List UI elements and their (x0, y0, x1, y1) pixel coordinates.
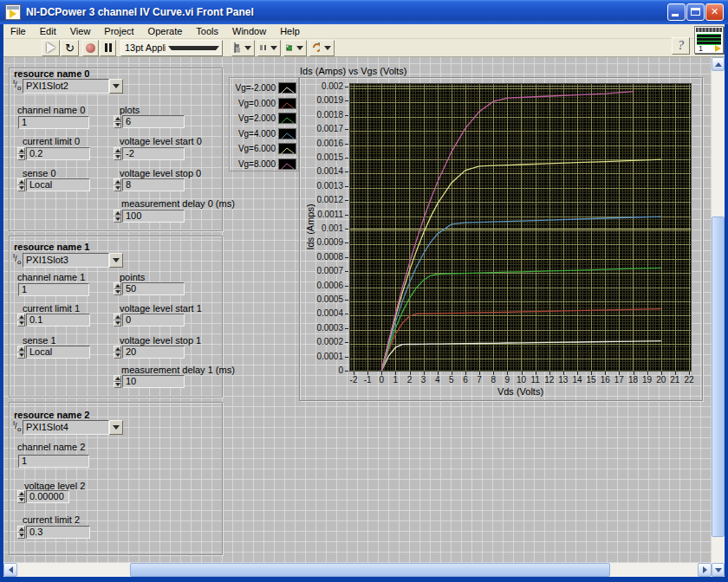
resource-name-2-control[interactable]: I/o PXI1Slot4 (12, 420, 123, 435)
y-tick-label: 0.0001 (300, 352, 343, 361)
legend-item[interactable]: Vg=-2.000 (230, 81, 298, 95)
y-tick-label: 0.0003 (300, 323, 343, 333)
distribute-objects-button[interactable] (257, 40, 281, 56)
increment-decrement[interactable] (17, 147, 25, 160)
increment-decrement[interactable] (17, 526, 25, 539)
current-limit-1-field[interactable]: 0.1 (26, 314, 90, 327)
scroll-down-button[interactable] (712, 563, 725, 577)
scroll-up-button[interactable] (712, 57, 725, 71)
increment-decrement[interactable] (114, 147, 121, 160)
resource-name-0-control[interactable]: I/o PXI1Slot2 (12, 79, 123, 94)
menu-item-window[interactable]: Window (225, 25, 273, 37)
increment-decrement[interactable] (114, 314, 121, 327)
vi-icon[interactable]: 1 (694, 26, 724, 54)
scroll-left-button[interactable] (3, 563, 17, 577)
resource-name-2-value[interactable]: PXI1Slot4 (23, 420, 109, 435)
increment-decrement[interactable] (114, 178, 121, 191)
y-tick-label: 0 (300, 365, 343, 375)
increment-decrement[interactable] (17, 178, 25, 191)
context-help-button[interactable]: ? (672, 37, 690, 55)
x-tick-mark (479, 372, 480, 375)
chevron-down-icon (324, 46, 331, 50)
run-continuous-button[interactable]: ↻ (61, 40, 79, 56)
legend-item[interactable]: Vg=0.000 (230, 96, 298, 111)
increment-decrement[interactable] (114, 375, 121, 388)
sense-0-field[interactable]: Local (26, 178, 90, 191)
menu-item-tools[interactable]: Tools (189, 25, 225, 37)
increment-decrement[interactable] (17, 490, 25, 503)
plots-field[interactable]: 6 (122, 115, 185, 128)
channel-name-1-field[interactable]: 1 (18, 283, 89, 296)
y-tick-label: 0.0007 (300, 266, 343, 275)
y-tick-label: 0.0013 (300, 181, 343, 191)
current-limit-1-control: 0.1 (17, 314, 90, 327)
points-field[interactable]: 50 (122, 282, 185, 295)
dropdown-button[interactable] (109, 420, 123, 435)
x-tick-mark (507, 372, 508, 375)
dropdown-button[interactable] (109, 79, 123, 94)
voltage-level-start-0-label: voltage level start 0 (120, 136, 202, 146)
measurement-delay-0-label: measurement delay 0 (ms) (121, 198, 235, 209)
legend-line-sample (278, 158, 296, 170)
curve-Vg2000 (381, 268, 661, 371)
y-tick-mark (345, 314, 348, 314)
channel-name-2-field[interactable]: 1 (18, 455, 89, 468)
channel-name-1-label: channel name 1 (17, 272, 85, 282)
legend-item[interactable]: Vg=2.000 (230, 111, 298, 126)
menu-item-edit[interactable]: Edit (33, 25, 63, 37)
y-tick-mark (345, 328, 348, 329)
menu-item-project[interactable]: Project (97, 25, 140, 37)
abort-button[interactable] (82, 40, 99, 56)
increment-decrement[interactable] (114, 346, 121, 359)
voltage-level-stop-0-control: 8 (114, 178, 185, 191)
voltage-level-stop-0-field[interactable]: 8 (122, 178, 185, 191)
resource-name-1-value[interactable]: PXI1Slot3 (23, 253, 109, 268)
increment-decrement[interactable] (17, 314, 25, 327)
resize-objects-button[interactable] (283, 40, 307, 56)
pause-icon (105, 43, 112, 52)
vertical-scroll-thumb[interactable] (712, 217, 725, 537)
minimize-button[interactable] (667, 3, 686, 21)
voltage-level-stop-1-field[interactable]: 20 (122, 346, 185, 359)
horizontal-scrollbar[interactable] (3, 563, 712, 577)
current-limit-0-field[interactable]: 0.2 (26, 147, 90, 160)
font-selector[interactable]: 13pt Application Font (120, 40, 223, 56)
dropdown-button[interactable] (109, 253, 123, 268)
legend-line-sample (278, 128, 296, 139)
channel-name-0-field[interactable]: 1 (18, 116, 89, 129)
menu-item-file[interactable]: File (3, 25, 33, 37)
increment-decrement[interactable] (114, 115, 121, 128)
legend-item[interactable]: Vg=4.000 (230, 126, 298, 141)
measurement-delay-0-field[interactable]: 100 (122, 210, 185, 223)
sense-1-field[interactable]: Local (26, 346, 90, 359)
increment-decrement[interactable] (17, 346, 25, 359)
reorder-button[interactable] (309, 40, 335, 56)
y-tick-mark (345, 357, 348, 358)
menu-item-operate[interactable]: Operate (141, 25, 190, 37)
measurement-delay-1-field[interactable]: 10 (122, 375, 185, 388)
maximize-button[interactable] (686, 3, 705, 21)
voltage-level-start-1-field[interactable]: 0 (122, 314, 185, 327)
window-title: NI-DCPower 3 channel IV Curve.vi Front P… (26, 6, 254, 18)
legend-item[interactable]: Vg=8.000 (230, 157, 298, 171)
resource-name-1-control[interactable]: I/o PXI1Slot3 (12, 253, 123, 268)
increment-decrement[interactable] (114, 210, 121, 223)
legend-item[interactable]: Vg=6.000 (230, 141, 298, 156)
align-objects-button[interactable] (231, 40, 255, 56)
y-tick-mark (345, 87, 348, 87)
menu-item-view[interactable]: View (63, 25, 98, 37)
menu-item-help[interactable]: Help (273, 25, 307, 37)
horizontal-scroll-thumb[interactable] (130, 563, 610, 577)
current-limit-2-field[interactable]: 0.3 (26, 526, 90, 539)
x-tick-mark (605, 372, 606, 375)
run-button[interactable] (42, 40, 60, 56)
pause-button[interactable] (100, 40, 116, 56)
increment-decrement[interactable] (114, 282, 121, 295)
resource-name-0-value[interactable]: PXI1Slot2 (23, 79, 109, 94)
close-button[interactable]: ✕ (705, 3, 724, 21)
scroll-right-button[interactable] (698, 563, 712, 577)
voltage-level-2-field[interactable]: 0.00000 (26, 490, 69, 503)
vertical-scrollbar[interactable] (712, 57, 725, 577)
plot-area[interactable] (349, 83, 692, 372)
voltage-level-start-0-field[interactable]: -2 (122, 147, 185, 160)
